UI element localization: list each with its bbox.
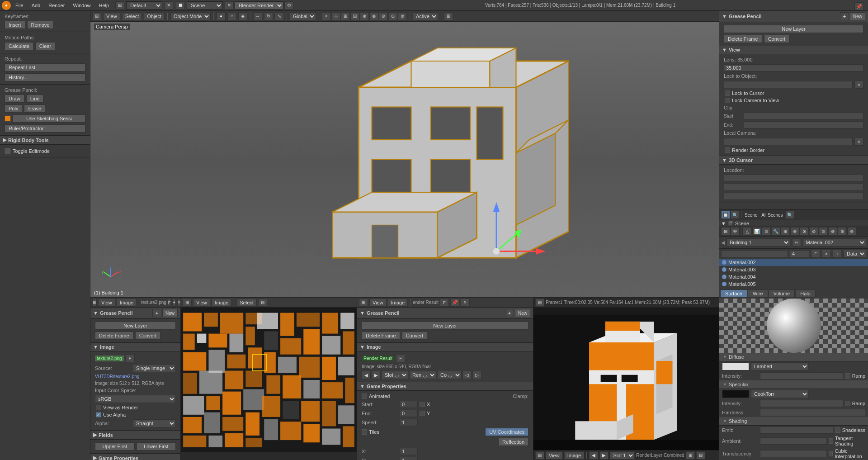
uv-coords-btn[interactable]: UV Coordinates	[485, 428, 528, 436]
erase-btn[interactable]: Erase	[24, 104, 45, 113]
bmr-f-btn[interactable]: F	[440, 299, 449, 307]
bmr-slot-select[interactable]: Slot ◡	[382, 371, 408, 379]
bl-gp-header[interactable]: ▼ Grease Pencil + New	[90, 308, 180, 319]
prop-icon14[interactable]: ⊜	[847, 227, 856, 235]
line-btn[interactable]: Line	[26, 95, 44, 103]
reflection-btn[interactable]: Reflection	[498, 438, 528, 446]
select-menu[interactable]: Select	[122, 12, 142, 20]
volume-tab[interactable]: Volume	[769, 289, 795, 298]
y-input[interactable]	[400, 457, 418, 460]
specular-shader-select[interactable]: CookTorr	[751, 390, 809, 398]
bmr-f-icon[interactable]: F	[396, 354, 405, 362]
view-header[interactable]: ▼ View	[719, 46, 868, 54]
snap-icon[interactable]: ⌖	[322, 12, 331, 20]
lock-cursor-cb[interactable]	[725, 90, 730, 96]
clamp-y-cb[interactable]	[420, 411, 425, 416]
prop-icon12[interactable]: ⊚	[828, 227, 837, 235]
rbt-rev-btn[interactable]: ▶	[599, 451, 609, 460]
main-viewport[interactable]: Camera Persp (1) Building 1 X Y Z	[90, 22, 719, 297]
animated-cb[interactable]	[362, 394, 367, 399]
camera-input[interactable]: Camera	[724, 138, 853, 145]
bl-panel-icon[interactable]: ⊞	[92, 299, 97, 307]
menu-window[interactable]: Window	[69, 2, 94, 9]
rt-convert-btn[interactable]: Convert	[764, 35, 790, 43]
bmr-c1-btn[interactable]: ◁	[462, 371, 472, 379]
diffuse-intensity-input[interactable]: 1.000	[760, 372, 843, 379]
scale-btn[interactable]: ⤡	[275, 12, 284, 20]
bmr-image-header[interactable]: ▼ Image	[357, 343, 533, 351]
bl-image-header[interactable]: ▼ Image	[90, 343, 180, 351]
bmr-gp-add-icon[interactable]: +	[505, 309, 514, 317]
x-input[interactable]	[400, 448, 418, 455]
bmr-image-btn[interactable]: Image	[388, 299, 408, 307]
material-item-005[interactable]: Material.005	[719, 280, 868, 288]
mat-slot-input[interactable]	[790, 250, 809, 257]
menu-render[interactable]: Render	[45, 2, 68, 9]
mode-select[interactable]: Object Mode	[170, 12, 211, 20]
bmr-game-props-header[interactable]: ▼ Game Properties	[357, 382, 533, 391]
snap4-icon[interactable]: ⊟	[350, 12, 359, 20]
cubic-cb[interactable]	[829, 451, 833, 456]
prop-icon4[interactable]: 📊	[752, 227, 761, 235]
snap7-icon[interactable]: ⊘	[379, 12, 388, 20]
repeat-last-btn[interactable]: Repeat Last	[5, 63, 85, 71]
bl-gp-add-icon[interactable]: +	[152, 309, 161, 317]
editmode-toggle[interactable]	[5, 148, 11, 154]
uv-image-btn[interactable]: Image	[212, 299, 232, 307]
uv-select-btn[interactable]: Select	[236, 299, 257, 307]
prop-icon6[interactable]: 🔧	[771, 227, 780, 235]
trans-input[interactable]: 0.000	[760, 450, 827, 457]
cursor-y-input[interactable]: Y: 0.0000	[724, 184, 863, 191]
diffuse-header[interactable]: ▼ Diffuse	[719, 353, 868, 361]
use-alpha-cb[interactable]	[96, 412, 101, 417]
bmr-co-select[interactable]: Co ◡	[437, 371, 462, 379]
clamp-x-cb[interactable]	[420, 402, 425, 407]
menu-help[interactable]: Help	[95, 2, 113, 9]
menu-file[interactable]: File	[12, 2, 27, 9]
bl-f-icon[interactable]: F	[126, 354, 135, 362]
prop-icon10[interactable]: ⊘	[809, 227, 818, 235]
bmr-delete-frame-btn[interactable]: Delete Frame	[362, 332, 400, 340]
active-select[interactable]: Active	[413, 12, 438, 20]
bl-fields-header[interactable]: ▶ Fields	[90, 431, 180, 440]
bmr-c2-btn[interactable]: ▷	[472, 371, 481, 379]
pi-search-2[interactable]: 🔍	[785, 211, 794, 219]
ambient-input[interactable]: 1.000	[760, 437, 827, 445]
bmr-gp-header[interactable]: ▼ Grease Pencil + New	[357, 308, 533, 319]
view-as-render-cb[interactable]	[96, 405, 101, 410]
upper-first-btn[interactable]: Upper First	[95, 442, 135, 451]
bmr-del-btn[interactable]: ×	[461, 299, 470, 307]
object-menu[interactable]: Object	[144, 12, 165, 20]
bl-add-btn[interactable]: +	[172, 299, 176, 307]
shadeless-cb[interactable]	[835, 427, 840, 433]
bl-delete-frame-btn[interactable]: Delete Frame	[95, 332, 133, 340]
lens-input[interactable]	[724, 64, 863, 71]
clear-btn[interactable]: Clear	[35, 42, 55, 50]
rt-new-layer-btn[interactable]: New Layer	[724, 25, 863, 33]
rbt-icons2[interactable]: ⊟	[696, 451, 705, 460]
prop-icon1[interactable]: ⊞	[721, 227, 730, 235]
rotate-btn[interactable]: ↻	[264, 12, 273, 20]
color-space-select[interactable]: sRGB	[95, 395, 176, 403]
rbt-view-btn[interactable]: View	[546, 451, 563, 460]
prop-icon8[interactable]: ⊕	[790, 227, 799, 235]
workspace-icon[interactable]: ⊞	[115, 1, 124, 9]
material-name-input[interactable]: Material.002	[721, 250, 788, 257]
wire-btn[interactable]: ○	[227, 12, 236, 20]
hardness-input[interactable]: 50	[760, 409, 865, 416]
prop-icon9[interactable]: ⊗	[800, 227, 809, 235]
cursor-z-input[interactable]: Z: 0.0000	[724, 193, 863, 200]
prop-icon7[interactable]: ⊞	[781, 227, 790, 235]
spec-intensity-input[interactable]: 0.000	[760, 400, 843, 407]
render-border-cb[interactable]	[725, 147, 730, 153]
bmr-prev-btn[interactable]: ◀	[362, 371, 371, 379]
uv-panel-icon[interactable]: ⊞	[183, 299, 192, 307]
specular-header[interactable]: ▼ Specular	[719, 380, 868, 389]
close-layout[interactable]: ✕	[164, 1, 173, 9]
mat-f-btn[interactable]: F	[811, 250, 820, 258]
rigid-body-header[interactable]: ▶ Rigid Body Tools	[0, 136, 90, 145]
prop-icon5[interactable]: ⊙	[762, 227, 771, 235]
prop-icon2[interactable]: 👁	[731, 227, 740, 235]
more-icons[interactable]: ⊞	[444, 12, 453, 20]
insert-btn[interactable]: Insert	[5, 21, 25, 29]
